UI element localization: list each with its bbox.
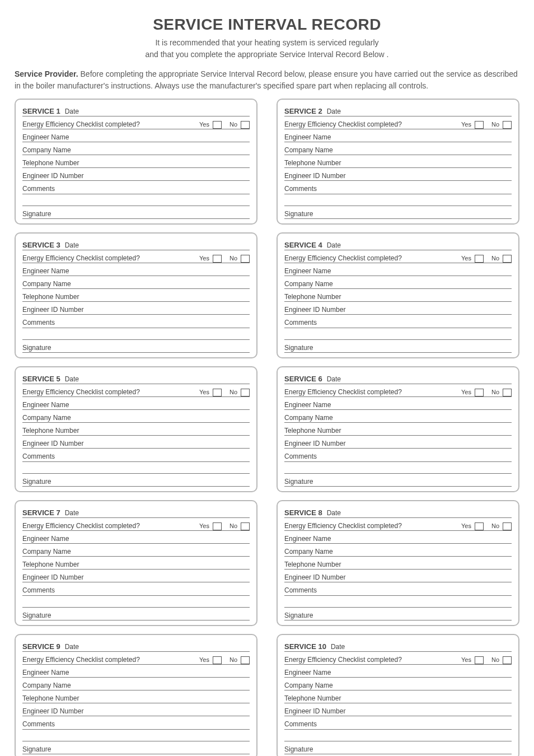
engineer-id-number-field[interactable]: Engineer ID Number	[22, 436, 250, 449]
yes-checkbox[interactable]	[213, 656, 222, 664]
comments-line-2[interactable]	[284, 328, 512, 340]
signature-field[interactable]: Signature	[22, 206, 250, 219]
telephone-number-field[interactable]: Telephone Number	[284, 289, 512, 302]
yes-checkbox[interactable]	[475, 255, 484, 263]
engineer-id-number-field-label: Engineer ID Number	[284, 440, 345, 447]
comments-line-2[interactable]	[284, 462, 512, 474]
signature-field[interactable]: Signature	[284, 340, 512, 353]
service-heading-row: SERVICE 10Date	[284, 639, 512, 652]
comments-line-2[interactable]	[22, 462, 250, 474]
no-checkbox[interactable]	[241, 656, 250, 664]
engineer-name-field[interactable]: Engineer Name	[22, 397, 250, 410]
no-checkbox[interactable]	[503, 522, 512, 530]
signature-field[interactable]: Signature	[22, 340, 250, 353]
telephone-number-field[interactable]: Telephone Number	[22, 155, 250, 168]
company-name-field[interactable]: Company Name	[284, 276, 512, 289]
telephone-number-field[interactable]: Telephone Number	[22, 690, 250, 703]
company-name-field[interactable]: Company Name	[284, 142, 512, 155]
company-name-field[interactable]: Company Name	[284, 678, 512, 690]
engineer-name-field[interactable]: Engineer Name	[22, 129, 250, 142]
engineer-id-number-field[interactable]: Engineer ID Number	[284, 703, 512, 716]
comments-line-2[interactable]	[284, 596, 512, 608]
signature-field[interactable]: Signature	[284, 206, 512, 219]
engineer-name-field[interactable]: Engineer Name	[284, 531, 512, 544]
no-checkbox[interactable]	[241, 121, 250, 129]
telephone-number-field[interactable]: Telephone Number	[22, 557, 250, 570]
company-name-field[interactable]: Company Name	[284, 410, 512, 423]
comments-line-2[interactable]	[22, 328, 250, 340]
comments-row[interactable]: Comments	[284, 449, 512, 461]
telephone-number-field[interactable]: Telephone Number	[284, 155, 512, 168]
company-name-field[interactable]: Company Name	[22, 678, 250, 690]
company-name-field[interactable]: Company Name	[22, 544, 250, 557]
engineer-id-number-field[interactable]: Engineer ID Number	[22, 570, 250, 582]
comments-row[interactable]: Comments	[284, 315, 512, 327]
comments-row[interactable]: Comments	[284, 181, 512, 193]
signature-field[interactable]: Signature	[22, 474, 250, 487]
yes-checkbox[interactable]	[475, 522, 484, 530]
no-checkbox[interactable]	[503, 389, 512, 396]
comments-row[interactable]: Comments	[22, 716, 250, 729]
engineer-name-field[interactable]: Engineer Name	[22, 531, 250, 544]
engineer-name-field[interactable]: Engineer Name	[284, 129, 512, 142]
comments-line-2[interactable]	[284, 730, 512, 741]
telephone-number-field[interactable]: Telephone Number	[22, 289, 250, 302]
engineer-id-number-field[interactable]: Engineer ID Number	[284, 168, 512, 181]
engineer-id-number-field[interactable]: Engineer ID Number	[284, 302, 512, 315]
no-checkbox[interactable]	[241, 255, 250, 263]
engineer-name-field[interactable]: Engineer Name	[284, 665, 512, 678]
comments-row[interactable]: Comments	[22, 181, 250, 193]
engineer-name-field[interactable]: Engineer Name	[22, 263, 250, 276]
service-heading-row: SERVICE 6Date	[284, 371, 512, 384]
no-checkbox[interactable]	[503, 121, 512, 129]
no-label: No	[491, 522, 499, 529]
company-name-field[interactable]: Company Name	[22, 410, 250, 423]
telephone-number-field[interactable]: Telephone Number	[22, 423, 250, 436]
yes-checkbox[interactable]	[475, 656, 484, 664]
yes-checkbox[interactable]	[213, 255, 222, 263]
engineer-id-number-field[interactable]: Engineer ID Number	[22, 703, 250, 716]
signature-field[interactable]: Signature	[284, 741, 512, 754]
telephone-number-field[interactable]: Telephone Number	[284, 557, 512, 570]
yes-checkbox[interactable]	[475, 389, 484, 396]
yes-label: Yes	[461, 522, 471, 529]
comments-line-2[interactable]	[284, 194, 512, 206]
engineer-name-field[interactable]: Engineer Name	[22, 665, 250, 678]
company-name-field[interactable]: Company Name	[22, 142, 250, 155]
comments-line-2[interactable]	[22, 730, 250, 741]
no-checkbox[interactable]	[503, 656, 512, 664]
yes-checkbox[interactable]	[475, 121, 484, 129]
signature-label: Signature	[22, 210, 51, 218]
comments-line-2[interactable]	[22, 194, 250, 206]
engineer-id-number-field[interactable]: Engineer ID Number	[284, 436, 512, 449]
company-name-field-label: Company Name	[22, 146, 71, 154]
signature-field[interactable]: Signature	[284, 608, 512, 620]
yes-checkbox[interactable]	[213, 121, 222, 129]
no-checkbox[interactable]	[241, 389, 250, 396]
service-heading: SERVICE 3	[22, 241, 60, 249]
engineer-name-field[interactable]: Engineer Name	[284, 263, 512, 276]
company-name-field[interactable]: Company Name	[22, 276, 250, 289]
engineer-id-number-field[interactable]: Engineer ID Number	[22, 168, 250, 181]
engineer-id-number-field-label: Engineer ID Number	[22, 707, 83, 715]
comments-row[interactable]: Comments	[22, 582, 250, 595]
engineer-id-number-field[interactable]: Engineer ID Number	[22, 302, 250, 315]
signature-field[interactable]: Signature	[284, 474, 512, 487]
comments-line-2[interactable]	[22, 596, 250, 608]
yes-checkbox[interactable]	[213, 522, 222, 530]
engineer-name-field[interactable]: Engineer Name	[284, 397, 512, 410]
comments-row[interactable]: Comments	[22, 449, 250, 461]
company-name-field[interactable]: Company Name	[284, 544, 512, 557]
no-checkbox[interactable]	[241, 522, 250, 530]
signature-field[interactable]: Signature	[22, 741, 250, 754]
telephone-number-field[interactable]: Telephone Number	[284, 423, 512, 436]
comments-row[interactable]: Comments	[284, 716, 512, 729]
yes-checkbox[interactable]	[213, 389, 222, 396]
signature-field[interactable]: Signature	[22, 608, 250, 620]
telephone-number-field[interactable]: Telephone Number	[284, 690, 512, 703]
service-card-6: SERVICE 6DateEnergy Efficiency Checklist…	[277, 366, 519, 492]
comments-row[interactable]: Comments	[284, 582, 512, 595]
no-checkbox[interactable]	[503, 255, 512, 263]
engineer-id-number-field[interactable]: Engineer ID Number	[284, 570, 512, 582]
comments-row[interactable]: Comments	[22, 315, 250, 327]
